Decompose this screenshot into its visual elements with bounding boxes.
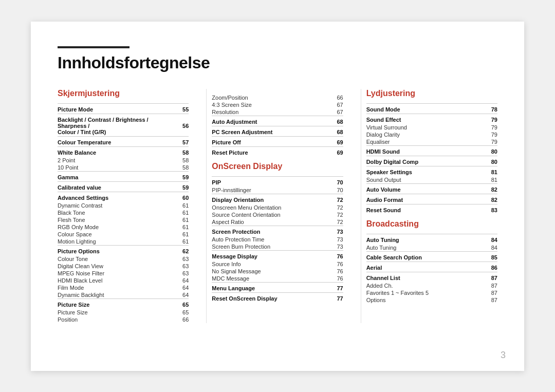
row-page: 73 <box>325 243 343 251</box>
row-page: 65 <box>177 298 189 309</box>
row-page: 81 <box>475 166 497 176</box>
row-page: 70 <box>325 186 343 194</box>
row-page: 86 <box>478 262 497 272</box>
row-page: 77 <box>325 282 343 292</box>
row-label: Source Content Orientation <box>212 211 325 218</box>
table-row: Position66 <box>58 316 189 323</box>
section-title-skjerm: Skjermjustering <box>58 89 189 98</box>
row-label: Dynamic Backlight <box>58 291 177 299</box>
row-page: 76 <box>325 260 343 268</box>
table-row: Audio Format82 <box>366 194 497 204</box>
row-page: 63 <box>177 270 189 277</box>
row-page: 64 <box>177 277 189 284</box>
row-label: Dynamic Contrast <box>58 202 177 209</box>
table-row: 10 Point58 <box>58 164 189 172</box>
row-label: PIP-innstillinger <box>212 186 325 194</box>
table-row: Auto Volume82 <box>366 183 497 194</box>
table-row: Picture Options62 <box>58 245 189 255</box>
column-3: Lydjustering Sound Mode78Sound Effect79V… <box>366 89 497 323</box>
row-page: 63 <box>177 263 189 270</box>
row-label: Speaker Settings <box>366 166 475 176</box>
row-page: 61 <box>177 202 189 209</box>
row-label: Onscreen Menu Orientation <box>212 204 325 211</box>
row-page: 65 <box>177 309 189 316</box>
row-label: Dolby Digital Comp <box>366 156 475 166</box>
row-label: Audio Format <box>366 194 475 204</box>
row-page: 87 <box>478 272 497 282</box>
table-row: Colour Tone63 <box>58 255 189 263</box>
row-page: 69 <box>323 146 343 157</box>
title-bar <box>58 46 130 48</box>
row-page: 79 <box>475 124 497 131</box>
row-page: 66 <box>323 94 343 101</box>
table-row: Sound Mode78 <box>366 103 497 114</box>
row-label: Gamma <box>58 171 177 181</box>
main-title: Innholdsfortegnelse <box>58 53 497 72</box>
row-label: Film Mode <box>58 284 177 291</box>
row-page: 61 <box>177 216 189 223</box>
table-row: Screen Protection73 <box>212 226 343 236</box>
row-page: 73 <box>325 226 343 236</box>
row-label: Favorites 1 ~ Favorites 5 <box>366 289 478 296</box>
row-page: 80 <box>475 145 497 156</box>
row-label: Reset Picture <box>212 146 323 157</box>
row-label: Auto Protection Time <box>212 236 325 243</box>
row-label: Black Tone <box>58 209 177 216</box>
row-label: Virtual Surround <box>366 124 475 131</box>
page: Innholdsfortegnelse Skjermjustering Pict… <box>31 22 524 371</box>
row-page: 79 <box>475 138 497 146</box>
row-label: Message Display <box>212 250 325 260</box>
table-row: Flesh Tone61 <box>58 216 189 223</box>
toc-table-col2b: PIP70PIP-innstillinger70Display Orientat… <box>212 176 343 303</box>
row-label: Aspect Ratio <box>212 218 325 226</box>
table-row: Digital Clean View63 <box>58 263 189 270</box>
row-label: HDMI Sound <box>366 145 475 156</box>
column-1: Skjermjustering Picture Mode55Backlight … <box>58 89 201 323</box>
row-page: 58 <box>177 164 189 172</box>
row-label: Backlight / Contrast / Brightness / Shar… <box>58 114 177 136</box>
row-label: Auto Volume <box>366 183 475 194</box>
row-label: Auto Tuning <box>366 234 478 244</box>
table-row: HDMI Black Level64 <box>58 277 189 284</box>
table-row: Message Display76 <box>212 250 343 260</box>
row-label: White Balance <box>58 146 177 157</box>
row-page: 61 <box>177 209 189 216</box>
row-page: 62 <box>177 245 189 255</box>
row-label: Dialog Clarity <box>366 131 475 138</box>
table-row: Options87 <box>366 296 497 304</box>
table-row: HDMI Sound80 <box>366 145 497 156</box>
row-page: 76 <box>325 275 343 283</box>
row-page: 87 <box>478 296 497 304</box>
table-row: PIP70 <box>212 176 343 186</box>
table-row: Display Orientation72 <box>212 194 343 204</box>
row-label: Flesh Tone <box>58 216 177 223</box>
table-row: Auto Adjustment68 <box>212 116 343 126</box>
row-label: Options <box>366 296 478 304</box>
page-number: 3 <box>501 350 506 361</box>
table-row: Colour Space61 <box>58 231 189 238</box>
row-label: Channel List <box>366 272 478 282</box>
toc-table-col3a: Sound Mode78Sound Effect79Virtual Surrou… <box>366 103 497 214</box>
table-row: Reset OnScreen Display77 <box>212 292 343 303</box>
table-row: MPEG Noise Filter63 <box>58 270 189 277</box>
row-page: 66 <box>177 316 189 323</box>
row-page: 60 <box>177 192 189 202</box>
table-row: Auto Tuning84 <box>366 234 497 244</box>
row-page: 82 <box>475 183 497 194</box>
row-label: Sound Output <box>366 176 475 184</box>
row-page: 59 <box>177 181 189 192</box>
table-row: PIP-innstillinger70 <box>212 186 343 194</box>
row-label: Equaliser <box>366 138 475 146</box>
section-title-broadcasting: Broadcasting <box>366 219 497 229</box>
row-label: RGB Only Mode <box>58 223 177 231</box>
row-page: 84 <box>478 244 497 252</box>
row-label: Sound Mode <box>366 103 475 114</box>
row-label: Auto Tuning <box>366 244 478 252</box>
row-page: 72 <box>325 204 343 211</box>
row-label: PIP <box>212 176 325 186</box>
table-row: Motion Lighting61 <box>58 238 189 246</box>
table-row: Favorites 1 ~ Favorites 587 <box>366 289 497 296</box>
row-label: Digital Clean View <box>58 263 177 270</box>
table-row: Film Mode64 <box>58 284 189 291</box>
divider-1 <box>206 89 207 323</box>
